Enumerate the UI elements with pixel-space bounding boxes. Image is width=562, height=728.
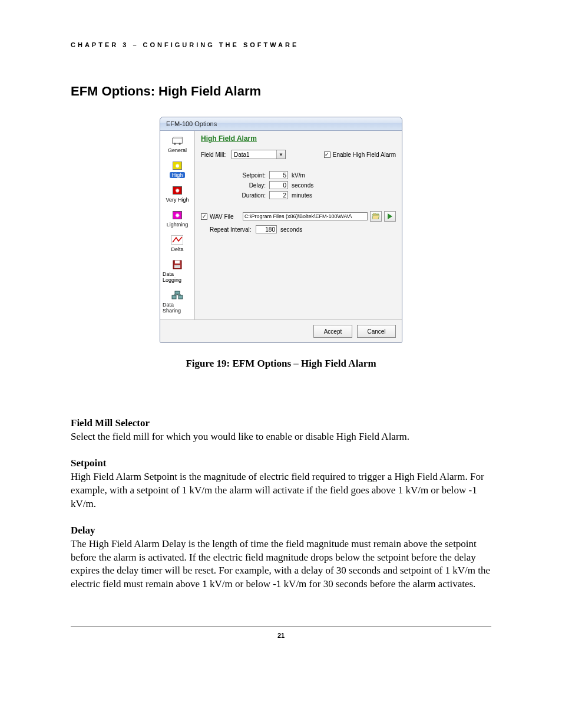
duration-unit: minutes — [292, 192, 312, 199]
svg-rect-6 — [174, 265, 180, 268]
light-red-icon: ✹ — [171, 185, 184, 196]
enable-checkbox[interactable]: ✓ — [324, 151, 330, 158]
rolodex-icon — [171, 136, 184, 146]
body-paragraph: Select the field mill for which you woul… — [71, 431, 409, 442]
play-icon — [387, 213, 393, 219]
sidebar-label: High — [170, 172, 186, 178]
chart-icon — [171, 235, 184, 245]
dialog-titlebar: EFM-100 Options — [160, 117, 402, 131]
enable-label: Enable High Field Alarm — [333, 151, 396, 158]
sidebar-item-data-logging[interactable]: Data Logging — [160, 258, 194, 284]
delay-input[interactable] — [269, 181, 288, 189]
sidebar-label: Data Sharing — [161, 302, 193, 314]
body-paragraph: High Field Alarm Setpoint is the magnitu… — [71, 471, 484, 509]
sidebar-item-very-high[interactable]: ✹ Very High — [160, 184, 194, 204]
folder-open-icon — [372, 213, 379, 219]
duration-label: Duration: — [232, 192, 269, 199]
svg-rect-8 — [178, 295, 183, 299]
network-icon — [171, 290, 184, 301]
field-mill-select[interactable]: Data1 ▼ — [232, 150, 286, 159]
svg-rect-9 — [175, 291, 180, 294]
duration-input[interactable] — [269, 191, 288, 199]
footer-rule — [71, 627, 491, 627]
sidebar-label: Data Logging — [161, 271, 193, 283]
light-yellow-icon: ✹ — [171, 160, 184, 171]
body-field-mill: Field Mill Selector Select the field mil… — [71, 417, 491, 444]
body-paragraph: The High Field Alarm Delay is the length… — [71, 538, 490, 590]
repeat-label: Repeat Interval: — [210, 226, 256, 233]
body-delay: Delay The High Field Alarm Delay is the … — [71, 524, 491, 592]
chapter-header: CHAPTER 3 – CONFIGURING THE SOFTWARE — [71, 41, 491, 48]
sidebar-label: Very High — [164, 197, 190, 203]
wav-label: WAV File — [210, 213, 243, 220]
body-heading: Field Mill Selector — [71, 417, 491, 430]
figure-caption: Figure 19: EFM Options – High Field Alar… — [71, 358, 491, 370]
repeat-unit: seconds — [280, 226, 302, 233]
browse-button[interactable] — [370, 211, 382, 222]
sidebar-item-general[interactable]: General — [160, 134, 194, 154]
section-title: EFM Options: High Field Alarm — [71, 84, 491, 99]
svg-rect-5 — [175, 261, 180, 263]
sidebar-item-lightning[interactable]: ✹ Lightning — [160, 209, 194, 229]
options-main-panel: High Field Alarm Field Mill: Data1 ▼ ✓ E… — [195, 131, 402, 319]
delay-unit: seconds — [292, 182, 313, 189]
sidebar-label: Delta — [170, 246, 184, 252]
repeat-input[interactable] — [256, 225, 277, 233]
cancel-button[interactable]: Cancel — [357, 325, 396, 338]
setpoint-input[interactable] — [269, 171, 288, 179]
field-mill-value: Data1 — [234, 151, 250, 158]
options-dialog: EFM-100 Options General ✹ High ✹ — [160, 117, 402, 343]
delay-label: Delay: — [232, 182, 269, 189]
sidebar-item-delta[interactable]: Delta — [160, 233, 194, 253]
setpoint-label: Setpoint: — [232, 172, 269, 179]
svg-rect-0 — [173, 139, 183, 143]
light-magenta-icon: ✹ — [171, 210, 184, 220]
body-setpoint: Setpoint High Field Alarm Setpoint is th… — [71, 457, 491, 511]
body-heading: Delay — [71, 524, 491, 538]
sidebar-item-data-sharing[interactable]: Data Sharing — [160, 289, 194, 315]
dialog-button-bar: Accept Cancel — [160, 319, 402, 342]
svg-point-2 — [179, 143, 181, 144]
page-number: 21 — [71, 632, 491, 639]
save-icon — [171, 259, 184, 270]
field-mill-label: Field Mill: — [201, 151, 232, 158]
sidebar-label: Lightning — [166, 222, 190, 228]
sidebar-label: General — [167, 147, 188, 153]
accept-button[interactable]: Accept — [313, 325, 352, 338]
options-sidebar: General ✹ High ✹ Very High ✹ Lightning — [160, 131, 195, 319]
setpoint-unit: kV/m — [292, 172, 305, 179]
wav-path-input[interactable] — [243, 212, 368, 220]
wav-checkbox[interactable]: ✓ — [201, 213, 207, 220]
chevron-down-icon: ▼ — [276, 150, 285, 159]
svg-rect-7 — [172, 295, 176, 299]
sidebar-item-high[interactable]: ✹ High — [160, 159, 194, 179]
body-heading: Setpoint — [71, 457, 491, 470]
play-button[interactable] — [384, 211, 396, 222]
svg-point-1 — [174, 143, 176, 144]
panel-title: High Field Alarm — [201, 134, 396, 143]
